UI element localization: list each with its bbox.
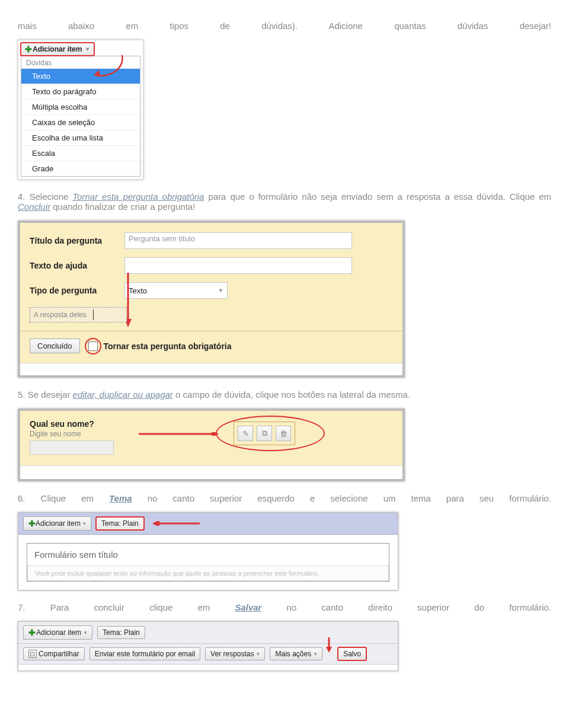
save-toolbar-figure: ✚ Adicionar item ▾ Tema: Plain Compartil… bbox=[18, 621, 398, 671]
label-question-title: Título da pergunta bbox=[30, 236, 124, 245]
question-type-select[interactable]: Texto ▼ bbox=[124, 282, 228, 299]
svg-marker-8 bbox=[326, 647, 332, 653]
toolbar: ✚ Adicionar item ▾ Tema: Plain bbox=[18, 513, 398, 535]
saved-button[interactable]: Salvo bbox=[338, 647, 366, 660]
share-button[interactable]: Compartilhar bbox=[23, 647, 85, 660]
figure-footer-strip bbox=[20, 465, 402, 479]
dropdown-item-texto[interactable]: Texto bbox=[21, 68, 140, 84]
add-item-button[interactable]: ✚ Adicionar item ▾ bbox=[23, 516, 91, 531]
edit-button[interactable]: ✎ bbox=[238, 426, 253, 441]
question-title-text: Qual seu nome? bbox=[30, 419, 393, 429]
plus-icon: ✚ bbox=[28, 628, 36, 637]
figure-footer-strip bbox=[20, 363, 402, 375]
link-salvar[interactable]: Salvar bbox=[235, 602, 261, 612]
add-item-button[interactable]: ✚ Adicionar item ▼ bbox=[21, 43, 94, 56]
theme-toolbar-figure: ✚ Adicionar item ▾ Tema: Plain Formulári… bbox=[18, 512, 398, 590]
answer-preview-input[interactable]: A resposta deles bbox=[30, 307, 127, 323]
annotation-circle-icon bbox=[86, 339, 100, 353]
help-text-input[interactable] bbox=[124, 257, 352, 274]
step-7-text: 7. Para concluir clique em Salvar no can… bbox=[18, 602, 551, 612]
pencil-icon: ✎ bbox=[242, 429, 249, 438]
label-help-text: Texto de ajuda bbox=[30, 261, 124, 270]
dropdown-item-lista[interactable]: Escolha de uma lista bbox=[21, 130, 140, 145]
form-description-placeholder[interactable]: Você pode incluir qualquer texto ou info… bbox=[27, 566, 389, 581]
step-num-7: 7. bbox=[18, 602, 25, 612]
more-actions-button[interactable]: Mais ações ▾ bbox=[270, 647, 322, 660]
edit-tools-figure: Qual seu nome? Digite seu nome ✎ ⧉ 🗑 bbox=[18, 408, 405, 481]
question-editor-figure: Título da pergunta Pergunta sem titulo T… bbox=[18, 221, 405, 378]
theme-button[interactable]: Tema: Plain bbox=[97, 626, 145, 639]
annotation-arrow-icon bbox=[152, 521, 200, 526]
link-mandatory[interactable]: Tornar esta pergunta obrigatória bbox=[72, 191, 204, 202]
step-6-text: 6. Clique em Tema no canto superior esqu… bbox=[18, 493, 551, 503]
done-button[interactable]: Concluído bbox=[30, 339, 80, 353]
text-cursor-icon bbox=[93, 309, 94, 320]
annotation-arrow-icon bbox=[327, 654, 333, 654]
chevron-down-icon: ▾ bbox=[257, 651, 260, 657]
step-5-text: 5. Se desejar editar, duplicar ou apagar… bbox=[18, 389, 551, 400]
question-title-input[interactable]: Pergunta sem titulo bbox=[124, 232, 352, 249]
view-responses-button[interactable]: Ver respostas ▾ bbox=[205, 647, 265, 660]
dropdown-item-paragrafo[interactable]: Texto do parágrafo bbox=[21, 84, 140, 99]
dropdown-item-caixas[interactable]: Caixas de seleção bbox=[21, 114, 140, 130]
chevron-down-icon: ▾ bbox=[84, 630, 87, 636]
dropdown-item-escala[interactable]: Escala bbox=[21, 145, 140, 161]
link-concluir[interactable]: Concluir bbox=[18, 202, 50, 212]
share-icon bbox=[28, 650, 37, 658]
chevron-down-icon: ▼ bbox=[85, 46, 90, 52]
mandatory-label: Tornar esta pergunta obrigatória bbox=[104, 341, 232, 351]
form-editor-preview: Formulário sem título Você pode incluir … bbox=[27, 543, 389, 582]
form-title-text[interactable]: Formulário sem título bbox=[34, 550, 382, 563]
chevron-down-icon: ▼ bbox=[218, 288, 223, 293]
chevron-down-icon: ▾ bbox=[83, 521, 86, 526]
svg-marker-6 bbox=[152, 521, 159, 526]
dropdown-item-grade[interactable]: Grade bbox=[21, 161, 140, 176]
figure-footer-strip bbox=[18, 665, 398, 670]
toolbar-row-2: Compartilhar Enviar este formulário por … bbox=[18, 644, 398, 665]
add-item-button[interactable]: ✚ Adicionar item ▾ bbox=[23, 625, 92, 640]
chevron-down-icon: ▾ bbox=[314, 651, 317, 657]
theme-button[interactable]: Tema: Plain bbox=[96, 517, 144, 530]
step-num-4: 4. bbox=[18, 191, 25, 202]
mandatory-checkbox[interactable] bbox=[88, 341, 98, 351]
answer-field-preview[interactable] bbox=[30, 440, 114, 455]
divider bbox=[20, 331, 402, 331]
link-tema[interactable]: Tema bbox=[109, 493, 132, 503]
dropdown-section-header: Dúvidas bbox=[21, 56, 140, 68]
dropdown-list: Dúvidas Texto Texto do parágrafo Múltipl… bbox=[21, 56, 140, 177]
toolbar-row-1: ✚ Adicionar item ▾ Tema: Plain bbox=[18, 622, 398, 644]
label-question-type: Tipo de pergunta bbox=[30, 286, 124, 295]
add-item-dropdown-figure: ✚ Adicionar item ▼ Dúvidas Texto Texto d… bbox=[18, 40, 143, 180]
delete-button[interactable]: 🗑 bbox=[276, 426, 291, 441]
add-item-label: Adicionar item bbox=[33, 45, 82, 53]
intro-text: mais abaixo em tipos de dúvidas). Adicio… bbox=[18, 21, 551, 31]
email-form-button[interactable]: Enviar este formulário por email bbox=[89, 647, 200, 660]
dropdown-item-multipla[interactable]: Múltipla escolha bbox=[21, 99, 140, 114]
step-4-text: 4. Selecione Tornar esta pergunta obriga… bbox=[18, 191, 551, 212]
step-num-6: 6. bbox=[18, 493, 25, 503]
step-num-5: 5. bbox=[18, 389, 25, 400]
duplicate-button[interactable]: ⧉ bbox=[257, 426, 272, 441]
duplicate-icon: ⧉ bbox=[262, 429, 267, 438]
question-toolbar: ✎ ⧉ 🗑 bbox=[234, 422, 295, 445]
plus-icon: ✚ bbox=[25, 44, 32, 54]
link-edit-dup-del[interactable]: editar, duplicar ou apagar bbox=[73, 389, 173, 400]
trash-icon: 🗑 bbox=[280, 429, 287, 438]
plus-icon: ✚ bbox=[28, 519, 36, 528]
question-hint-text: Digite seu nome bbox=[30, 430, 393, 438]
